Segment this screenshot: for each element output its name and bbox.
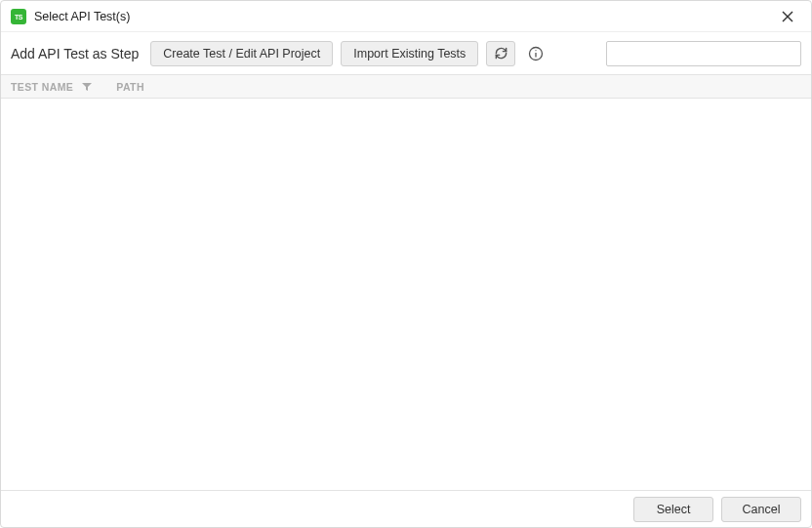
table-header: TEST NAME PATH [1,75,811,99]
close-button[interactable] [774,3,801,30]
column-test-name[interactable]: TEST NAME [11,81,73,93]
cancel-button[interactable]: Cancel [721,497,801,522]
filter-button[interactable] [81,81,93,93]
titlebar: Select API Test(s) [1,1,811,32]
svg-marker-5 [82,83,92,91]
footer: Select Cancel [1,490,811,527]
filter-icon [82,82,92,92]
search-input[interactable] [606,41,801,66]
close-icon [782,11,793,22]
svg-point-4 [536,50,537,51]
dialog-title: Select API Test(s) [34,10,130,23]
select-api-test-dialog: Select API Test(s) Add API Test as Step … [0,0,812,528]
toolbar: Add API Test as Step Create Test / Edit … [1,32,811,75]
app-icon [11,9,26,24]
import-tests-button[interactable]: Import Existing Tests [341,41,478,66]
create-test-button[interactable]: Create Test / Edit API Project [150,41,333,66]
table-body [1,99,811,490]
column-path[interactable]: PATH [116,81,144,93]
toolbar-heading: Add API Test as Step [11,46,139,61]
select-button[interactable]: Select [633,497,713,522]
info-icon [528,46,544,61]
help-button[interactable] [523,41,548,66]
refresh-icon [494,46,508,61]
refresh-button[interactable] [486,41,515,66]
